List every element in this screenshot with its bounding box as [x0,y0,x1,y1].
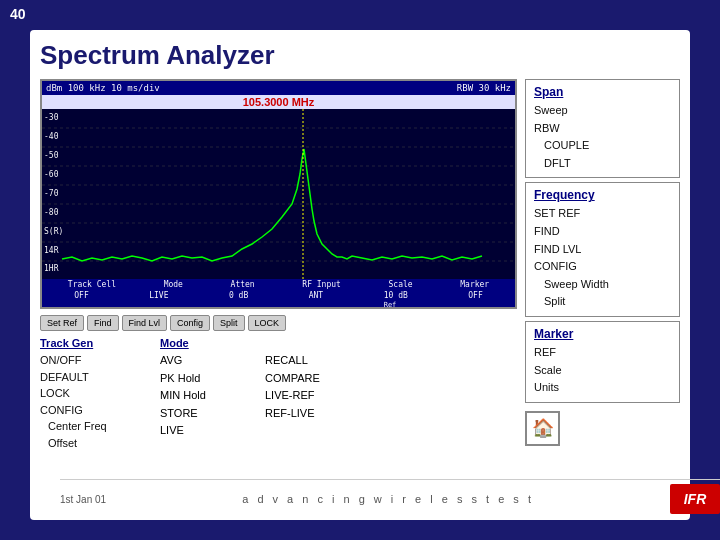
frequency-title: Frequency [534,188,671,202]
mode-pkhold: PK Hold [160,370,255,387]
spectrum-header-right: RBW 30 kHz [457,83,511,93]
frequency-section: Frequency SET REF FIND FIND LVL CONFIG S… [525,182,680,317]
spectrum-footer-values: OFF LIVE 0 dB ANT 10 dBRef OFF [42,290,515,309]
span-section: Span Sweep RBW COUPLE DFLT [525,79,680,178]
track-gen-section: Track Gen ON/OFF DEFAULT LOCK CONFIG Cen… [40,337,150,451]
home-icon-container[interactable]: 🏠 [525,411,560,446]
spectrum-grid: -30 -40 -50 -60 -70 -80 S(R) 14R 1HR [42,109,515,279]
spectrum-display: dBm 100 kHz 10 ms/div RBW 30 kHz 105.300… [40,79,517,309]
btn-config[interactable]: Config [170,315,210,331]
footer-atten-val: 0 dB [229,291,248,309]
marker-ref: REF [534,344,671,362]
db-label-1hr: 1HR [42,265,63,273]
freq-config: CONFIG [534,258,671,276]
page-title: Spectrum Analyzer [40,40,680,71]
db-label-60: -60 [42,171,63,179]
lower-left: Track Gen ON/OFF DEFAULT LOCK CONFIG Cen… [40,337,517,451]
span-rbw: RBW [534,120,671,138]
marker-scale: Scale [534,362,671,380]
mode-recall: RECALL [265,352,360,369]
footer-bar: 1st Jan 01 a d v a n c i n g w i r e l e… [60,479,720,514]
mode-reflive: REF-LIVE [265,405,360,422]
btn-set-ref[interactable]: Set Ref [40,315,84,331]
track-gen-offset: Offset [40,435,150,452]
btn-lock[interactable]: LOCK [248,315,287,331]
footer-trackcell-label: Track Cell [68,280,116,289]
logo: IFR [670,484,720,514]
footer-rfinput-val: ANT [309,291,323,309]
track-gen-onoff: ON/OFF [40,352,150,369]
spectrum-header: dBm 100 kHz 10 ms/div RBW 30 kHz [42,81,515,95]
right-panel: Span Sweep RBW COUPLE DFLT Frequency SET… [525,79,680,499]
track-gen-center-freq: Center Freq [40,418,150,435]
freq-split: Split [534,293,671,311]
marker-units: Units [534,379,671,397]
mode-avg: AVG [160,352,255,369]
footer-text: a d v a n c i n g w i r e l e s s t e s … [242,493,534,505]
db-label-80: -80 [42,209,63,217]
footer-mode-label: Mode [164,280,183,289]
footer-scale-label: Scale [389,280,413,289]
btn-find[interactable]: Find [87,315,119,331]
content-area: dBm 100 kHz 10 ms/div RBW 30 kHz 105.300… [40,79,680,499]
span-sweep: Sweep [534,102,671,120]
freq-set-ref: SET REF [534,205,671,223]
spectrum-header-left: dBm 100 kHz 10 ms/div [46,83,160,93]
mode-minhold: MIN Hold [160,387,255,404]
mode-liveref: LIVE-REF [265,387,360,404]
left-panel: dBm 100 kHz 10 ms/div RBW 30 kHz 105.300… [40,79,517,499]
marker-section: Marker REF Scale Units [525,321,680,403]
track-gen-lock: LOCK [40,385,150,402]
footer-scale-val: 10 dBRef [384,291,408,309]
mode-live: LIVE [160,422,255,439]
marker-title: Marker [534,327,671,341]
spectrum-footer-labels: Track Cell Mode Atten RF Input Scale Mar… [42,279,515,290]
track-gen-config: CONFIG [40,402,150,419]
freq-find: FIND [534,223,671,241]
page-number: 40 [10,6,26,22]
btn-split[interactable]: Split [213,315,245,331]
db-label-40: -40 [42,133,63,141]
button-bar: Set Ref Find Find Lvl Config Split LOCK [40,315,517,331]
freq-find-lvl: FIND LVL [534,241,671,259]
home-icon: 🏠 [532,417,554,439]
mode-compare: COMPARE [265,370,360,387]
mode-title: Mode [160,337,360,349]
footer-mode-val: LIVE [149,291,168,309]
span-title: Span [534,85,671,99]
db-label-14r: 14R [42,247,63,255]
db-label-50: -50 [42,152,63,160]
date-label: 1st Jan 01 [60,494,106,505]
btn-find-lvl[interactable]: Find Lvl [122,315,168,331]
db-label-70: -70 [42,190,63,198]
footer-atten-label: Atten [231,280,255,289]
spectrum-wave [42,109,515,279]
spectrum-center-freq: 105.3000 MHz [42,95,515,109]
footer-rfinput-label: RF Input [302,280,341,289]
footer-marker-label: Marker [460,280,489,289]
mode-store: STORE [160,405,255,422]
mode-empty [265,422,360,439]
main-container: Spectrum Analyzer dBm 100 kHz 10 ms/div … [30,30,690,520]
db-label-sr: S(R) [42,228,63,236]
track-gen-title: Track Gen [40,337,150,349]
span-couple: COUPLE [534,137,671,155]
db-label-30: -30 [42,114,63,122]
mode-section: Mode AVG RECALL PK Hold COMPARE MIN Hold… [160,337,360,451]
footer-marker-val: OFF [468,291,482,309]
mode-grid: AVG RECALL PK Hold COMPARE MIN Hold LIVE… [160,352,360,439]
freq-sweep-width: Sweep Width [534,276,671,294]
footer-trackcell-val: OFF [74,291,88,309]
span-dflt: DFLT [534,155,671,173]
track-gen-default: DEFAULT [40,369,150,386]
